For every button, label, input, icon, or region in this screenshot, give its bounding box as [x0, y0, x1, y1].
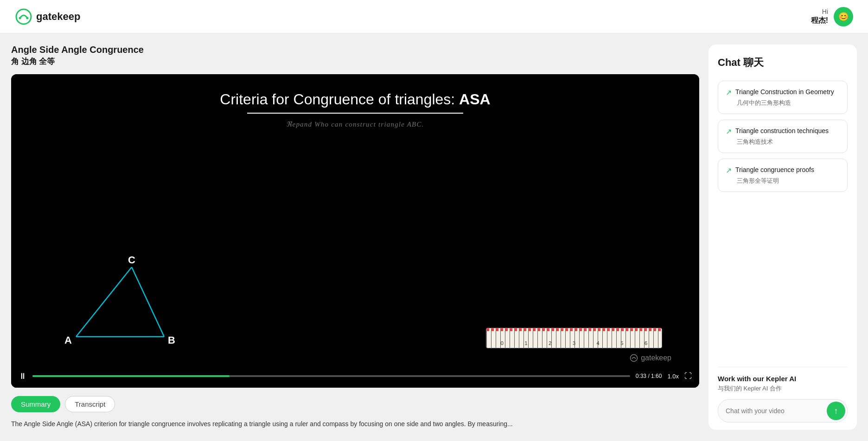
user-name: 程杰!	[811, 16, 828, 26]
suggestion-zh-1: 三角构造技术	[726, 138, 840, 146]
header-greeting: Hi 程杰!	[811, 7, 828, 26]
video-title-en: Angle Side Angle Congruence	[11, 45, 699, 55]
svg-point-1	[19, 17, 21, 19]
avatar[interactable]: 😊	[834, 7, 853, 26]
logo-icon	[15, 8, 32, 26]
svg-line-4	[76, 267, 132, 337]
main-layout: Angle Side Angle Congruence 角 边角 全等 Crit…	[0, 33, 868, 441]
app-header: gatekeep Hi 程杰! 😊	[0, 0, 868, 33]
summary-content: The Angle Side Angle (ASA) criterion for…	[11, 419, 699, 430]
hi-text: Hi	[811, 7, 828, 16]
progress-bar-fill	[32, 375, 230, 377]
svg-text:B: B	[168, 334, 175, 346]
suggestion-en-0: Triangle Construction in Geometry	[735, 88, 834, 97]
svg-text:A: A	[64, 334, 72, 346]
ruler-numbers: 0123456	[486, 340, 662, 346]
video-controls[interactable]: ⏸ 0:33 / 1:60 1.0x ⛶	[11, 364, 699, 388]
suggestion-card-1[interactable]: ↗ Triangle construction techniques 三角构造技…	[718, 120, 848, 153]
chat-panel: Chat 聊天 ↗ Triangle Construction in Geome…	[708, 45, 857, 430]
chat-header: Chat 聊天	[718, 56, 848, 73]
tabs-area: Summary Transcript	[11, 396, 699, 412]
speed-button[interactable]: 1.0x	[667, 373, 679, 380]
svg-point-0	[16, 9, 31, 24]
overlay-title-text: Criteria for Congruence of triangles:	[220, 91, 459, 108]
tab-summary[interactable]: Summary	[11, 396, 60, 412]
svg-line-5	[132, 267, 164, 337]
fullscreen-button[interactable]: ⛶	[684, 372, 692, 380]
chat-suggestions: ↗ Triangle Construction in Geometry 几何中的…	[718, 81, 848, 359]
video-player[interactable]: Criteria for Congruence of triangles: AS…	[11, 74, 699, 388]
left-panel: Angle Side Angle Congruence 角 边角 全等 Crit…	[11, 45, 699, 430]
video-overlay-title: Criteria for Congruence of triangles: AS…	[220, 74, 490, 128]
svg-point-2	[26, 17, 29, 19]
ruler: 0123456	[486, 328, 662, 348]
kepler-title: Work with our Kepler AI	[718, 375, 848, 383]
triangle-diagram: A B C	[39, 249, 234, 351]
suggestion-card-2[interactable]: ↗ Triangle congruence proofs 三角形全等证明	[718, 159, 848, 192]
svg-point-9	[631, 355, 638, 362]
suggestion-en-1: Triangle construction techniques	[735, 127, 829, 136]
video-watermark: gatekeep	[630, 354, 671, 362]
suggestion-en-2: Triangle congruence proofs	[735, 166, 814, 175]
kepler-section: Work with our Kepler AI 与我们的 Kepler AI 合…	[718, 367, 848, 422]
progress-bar[interactable]	[32, 375, 630, 377]
suggestion-zh-2: 三角形全等证明	[726, 177, 840, 185]
chat-input-row: ↑	[718, 399, 848, 422]
watermark-text: gatekeep	[641, 354, 671, 362]
tab-transcript[interactable]: Transcript	[65, 396, 115, 412]
arrow-icon-0: ↗	[726, 88, 732, 97]
logo[interactable]: gatekeep	[15, 8, 80, 26]
video-subtitle: ℜepand Who can construct triangle ABC.	[220, 120, 490, 128]
kepler-subtitle: 与我们的 Kepler AI 合作	[718, 384, 848, 393]
video-title-zh: 角 边角 全等	[11, 56, 699, 67]
chat-input[interactable]	[718, 402, 825, 420]
send-button[interactable]: ↑	[827, 402, 845, 420]
suggestion-card-0[interactable]: ↗ Triangle Construction in Geometry 几何中的…	[718, 81, 848, 114]
arrow-icon-1: ↗	[726, 127, 732, 136]
logo-text: gatekeep	[36, 11, 80, 23]
video-title-area: Angle Side Angle Congruence 角 边角 全等	[11, 45, 699, 67]
suggestion-zh-0: 几何中的三角形构造	[726, 99, 840, 107]
svg-text:C: C	[128, 254, 135, 266]
pause-button[interactable]: ⏸	[19, 371, 27, 381]
arrow-icon-2: ↗	[726, 166, 732, 175]
header-right: Hi 程杰! 😊	[811, 7, 853, 26]
video-content: Criteria for Congruence of triangles: AS…	[11, 74, 699, 388]
overlay-asa: ASA	[459, 91, 491, 108]
time-display: 0:33 / 1:60	[636, 373, 662, 379]
